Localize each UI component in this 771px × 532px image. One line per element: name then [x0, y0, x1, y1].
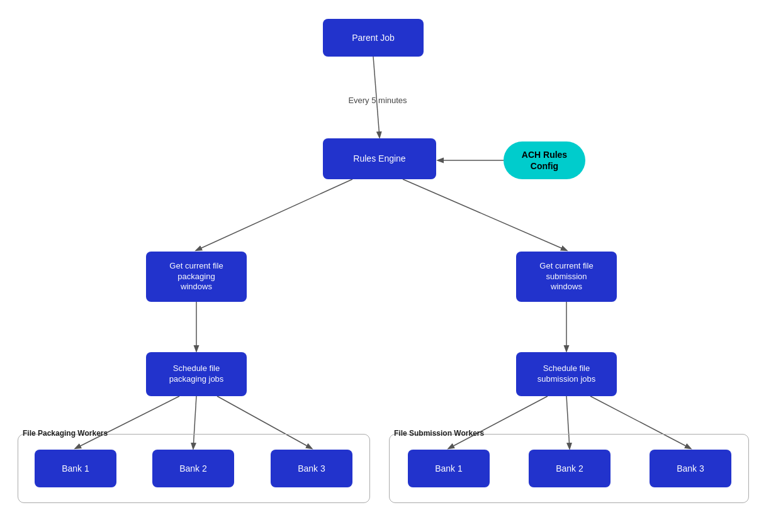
- pkg-bank2-label: Bank 2: [179, 463, 207, 474]
- schedule-submission-node: Schedule file submission jobs: [516, 352, 617, 396]
- sub-bank3-label: Bank 3: [677, 463, 704, 474]
- every5-label: Every 5 minutes: [340, 96, 415, 105]
- svg-line-3: [403, 179, 566, 250]
- rules-engine-label: Rules Engine: [353, 153, 405, 164]
- get-submission-node: Get current file submission windows: [516, 252, 617, 302]
- sub-bank2-node: Bank 2: [529, 450, 611, 487]
- sub-bank2-label: Bank 2: [556, 463, 583, 474]
- sub-bank1-label: Bank 1: [435, 463, 463, 474]
- get-submission-label: Get current file submission windows: [539, 261, 593, 293]
- submission-workers-label: File Submission Workers: [394, 429, 484, 438]
- diagram: File Packaging Workers File Submission W…: [0, 0, 771, 532]
- pkg-bank2-node: Bank 2: [152, 450, 234, 487]
- ach-rules-node: ACH Rules Config: [504, 141, 585, 179]
- svg-line-2: [196, 179, 352, 250]
- get-packaging-label: Get current file packaging windows: [169, 261, 223, 293]
- parent-job-label: Parent Job: [352, 32, 395, 43]
- sub-bank3-node: Bank 3: [650, 450, 731, 487]
- schedule-packaging-label: Schedule file packaging jobs: [169, 363, 224, 385]
- schedule-packaging-node: Schedule file packaging jobs: [146, 352, 247, 396]
- parent-job-node: Parent Job: [323, 19, 424, 57]
- rules-engine-node: Rules Engine: [323, 138, 436, 179]
- get-packaging-node: Get current file packaging windows: [146, 252, 247, 302]
- ach-rules-label: ACH Rules Config: [522, 149, 567, 172]
- pkg-bank3-label: Bank 3: [298, 463, 325, 474]
- schedule-submission-label: Schedule file submission jobs: [537, 363, 596, 385]
- pkg-bank1-node: Bank 1: [35, 450, 116, 487]
- packaging-workers-label: File Packaging Workers: [23, 429, 108, 438]
- sub-bank1-node: Bank 1: [408, 450, 490, 487]
- pkg-bank3-node: Bank 3: [271, 450, 352, 487]
- pkg-bank1-label: Bank 1: [62, 463, 89, 474]
